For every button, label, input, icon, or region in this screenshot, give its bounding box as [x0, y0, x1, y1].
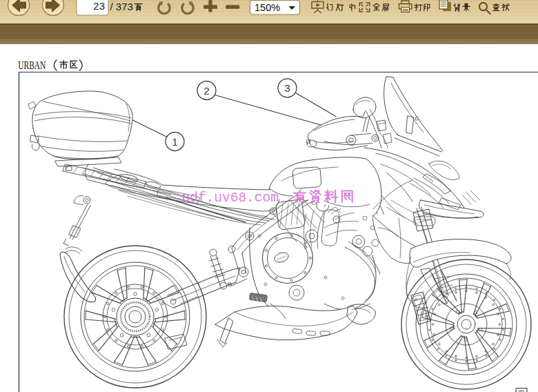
svg-text:/ 373: / 373	[110, 1, 133, 12]
svg-text:2: 2	[203, 85, 210, 97]
svg-text:1: 1	[172, 136, 178, 148]
svg-text:pdf.uv68.com: pdf.uv68.com	[182, 190, 279, 206]
svg-text:150%: 150%	[255, 2, 280, 13]
svg-text:3: 3	[284, 82, 290, 94]
svg-text:URBAN: URBAN	[18, 59, 46, 72]
svg-text:DUCATI: DUCATI	[277, 255, 287, 261]
svg-text:23: 23	[93, 0, 105, 12]
